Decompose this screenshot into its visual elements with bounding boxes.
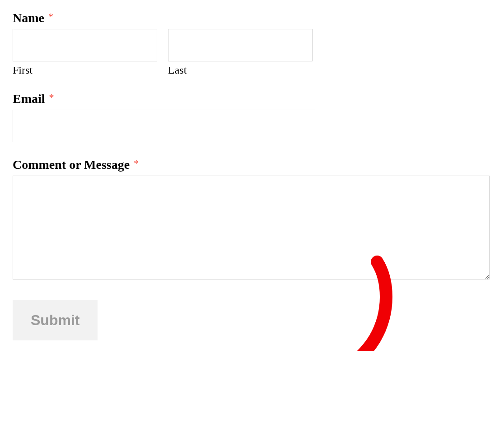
comment-field-group: Comment or Message * bbox=[13, 158, 491, 281]
email-label-text: Email bbox=[13, 92, 45, 106]
last-name-sublabel: Last bbox=[168, 64, 313, 76]
first-name-sublabel: First bbox=[13, 64, 157, 76]
comment-textarea[interactable] bbox=[13, 176, 490, 279]
name-row: First Last bbox=[13, 29, 491, 76]
required-asterisk: * bbox=[134, 158, 139, 169]
last-name-column: Last bbox=[168, 29, 313, 76]
contact-form: Name * First Last Email * Comment or Mes… bbox=[13, 11, 491, 340]
last-name-input[interactable] bbox=[168, 29, 313, 61]
name-label: Name * bbox=[13, 11, 491, 25]
name-field-group: Name * First Last bbox=[13, 11, 491, 76]
email-label: Email * bbox=[13, 92, 491, 106]
first-name-column: First bbox=[13, 29, 157, 76]
email-field-group: Email * bbox=[13, 92, 491, 142]
submit-button[interactable]: Submit bbox=[13, 300, 98, 340]
comment-label-text: Comment or Message bbox=[13, 158, 130, 172]
email-input[interactable] bbox=[13, 110, 315, 142]
required-asterisk: * bbox=[49, 92, 54, 103]
first-name-input[interactable] bbox=[13, 29, 157, 61]
name-label-text: Name bbox=[13, 11, 44, 25]
required-asterisk: * bbox=[48, 11, 53, 22]
comment-label: Comment or Message * bbox=[13, 158, 491, 172]
